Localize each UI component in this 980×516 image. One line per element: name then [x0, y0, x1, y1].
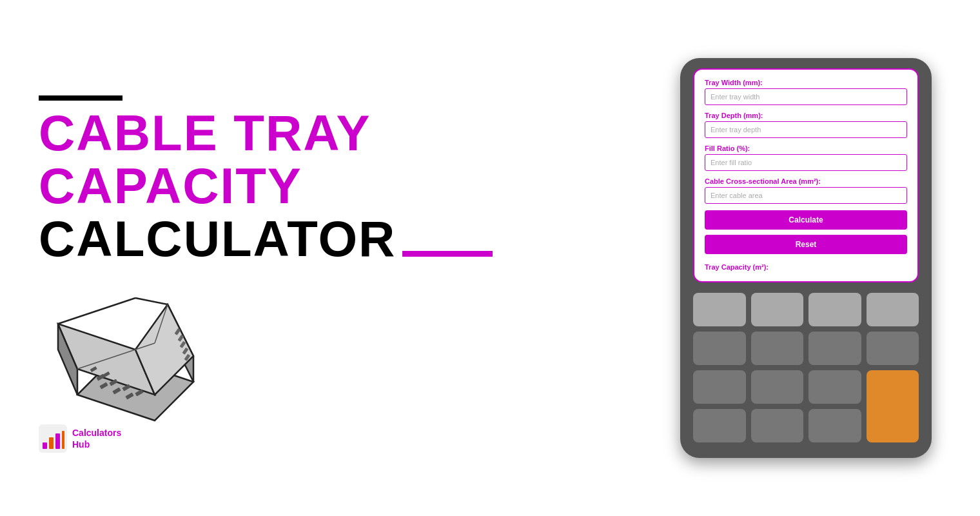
- label-tray-depth: Tray Depth (mm):: [705, 112, 907, 119]
- underline-decoration: [402, 251, 493, 257]
- input-tray-width[interactable]: [705, 88, 907, 105]
- form-group-cable-area: Cable Cross-sectional Area (mm²):: [705, 177, 907, 204]
- label-cable-area: Cable Cross-sectional Area (mm²):: [705, 177, 907, 185]
- key-3[interactable]: [808, 293, 861, 326]
- calculate-button[interactable]: Calculate: [705, 210, 907, 230]
- key-14[interactable]: [808, 409, 861, 442]
- calculators-hub-logo-icon: [39, 424, 67, 453]
- left-section: CABLE TRAY CAPACITY CALCULATOR: [39, 83, 671, 433]
- logo-sub: Hub: [72, 439, 90, 450]
- key-12[interactable]: [693, 409, 746, 442]
- title-line1: CABLE TRAY: [39, 107, 671, 160]
- title-text-line2b: CALCULATOR: [39, 213, 396, 266]
- key-6[interactable]: [751, 332, 804, 365]
- key-orange[interactable]: [867, 370, 919, 442]
- title-line2: CAPACITY: [39, 160, 671, 213]
- title-text-line2a: CAPACITY: [39, 157, 302, 214]
- cable-tray-illustration: [39, 266, 219, 433]
- reset-button[interactable]: Reset: [705, 235, 907, 254]
- input-tray-depth[interactable]: [705, 121, 907, 138]
- key-13[interactable]: [751, 409, 804, 442]
- result-label: Tray Capacity (m²):: [705, 263, 907, 271]
- form-group-tray-width: Tray Width (mm):: [705, 79, 907, 105]
- form-group-tray-depth: Tray Depth (mm):: [705, 112, 907, 138]
- svg-line-5: [58, 298, 135, 324]
- right-section: Tray Width (mm): Tray Depth (mm): Fill R…: [671, 58, 941, 458]
- svg-rect-27: [62, 431, 64, 449]
- calculator-display: Tray Width (mm): Tray Depth (mm): Fill R…: [693, 68, 919, 283]
- key-5[interactable]: [693, 332, 746, 365]
- label-tray-width: Tray Width (mm):: [705, 79, 907, 86]
- logo-text: Calculators Hub: [72, 427, 121, 450]
- top-decorative-bar: [39, 95, 122, 101]
- svg-rect-26: [55, 433, 60, 449]
- svg-rect-24: [43, 442, 47, 449]
- logo-name: Calculators: [72, 428, 121, 438]
- calculator-body: Tray Width (mm): Tray Depth (mm): Fill R…: [680, 58, 932, 458]
- key-4[interactable]: [867, 293, 919, 326]
- input-cable-area[interactable]: [705, 187, 907, 204]
- input-fill-ratio[interactable]: [705, 154, 907, 171]
- key-8[interactable]: [867, 332, 919, 365]
- key-1[interactable]: [693, 293, 746, 326]
- form-group-fill-ratio: Fill Ratio (%):: [705, 144, 907, 171]
- title-line3: CALCULATOR: [39, 213, 671, 266]
- svg-rect-25: [49, 437, 54, 449]
- key-2[interactable]: [751, 293, 804, 326]
- key-10[interactable]: [751, 370, 804, 404]
- svg-line-6: [135, 298, 168, 304]
- key-9[interactable]: [693, 370, 746, 404]
- key-7[interactable]: [808, 332, 861, 365]
- label-fill-ratio: Fill Ratio (%):: [705, 144, 907, 152]
- logo-section: Calculators Hub: [39, 424, 121, 453]
- keypad: [693, 293, 919, 442]
- key-11[interactable]: [808, 370, 861, 404]
- title-text-line1: CABLE TRAY: [39, 104, 371, 161]
